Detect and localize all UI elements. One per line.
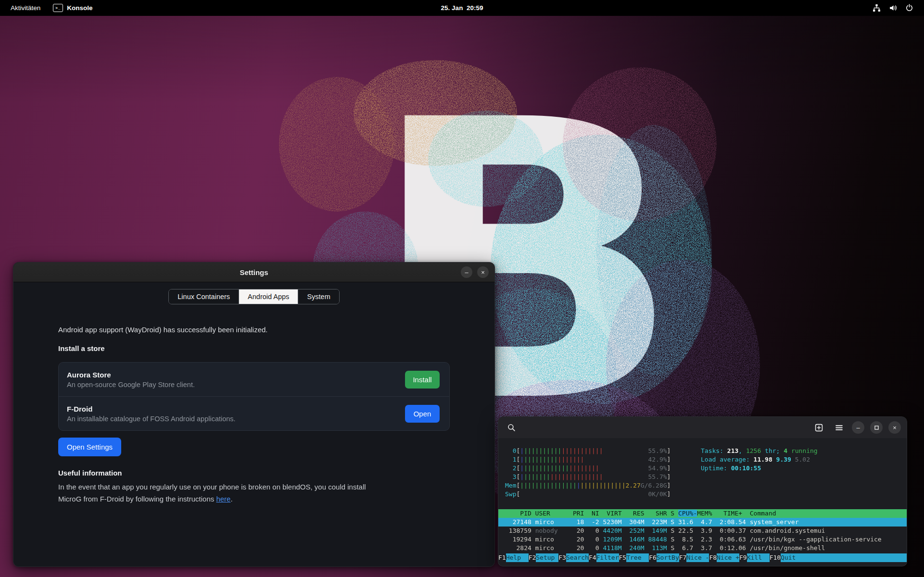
fkey-action-button[interactable]: Search — [566, 553, 589, 562]
terminal-text-span: thr; — [761, 447, 784, 454]
close-button[interactable]: × — [888, 421, 901, 434]
fkey-label: F8 — [709, 553, 717, 562]
tab-linux-containers[interactable]: Linux Containers — [169, 289, 239, 304]
terminal-text-span: 5.02 — [795, 456, 810, 463]
terminal-text-span — [622, 527, 630, 534]
settings-titlebar[interactable]: Settings – × — [13, 263, 494, 282]
terminal-text-span: ||||||| — [558, 456, 584, 463]
store-description: An installable catalogue of FOSS Android… — [67, 415, 236, 423]
terminal-text-span: |||||||||||| — [581, 482, 626, 489]
konsole-icon: >_ — [53, 4, 63, 12]
htop-function-key-bar: F1Help F2Setup F3SearchF4FilterF5Tree F6… — [498, 553, 907, 562]
store-row-fdroid: F-Droid An installable catalogue of FOSS… — [59, 396, 449, 430]
fkey-action-button[interactable]: SortBy — [657, 553, 679, 562]
terminal-text-span: |||||||||| — [524, 447, 561, 454]
terminal-text-span: CPU%- — [678, 510, 697, 517]
process-table-header[interactable]: PID USER PRI NI VIRT RES SHR S CPU%-MEM%… — [498, 509, 907, 518]
terminal-text-span: 240M — [629, 544, 644, 552]
terminal-text-span: Load average: — [701, 456, 754, 463]
terminal-text-span — [622, 536, 630, 543]
terminal-text-span: 146M — [629, 536, 644, 543]
terminal-text-span: 54.9% — [599, 464, 667, 472]
htop-meter-line: Mem[||||||||||||||||||||||||||||2.27G/6.… — [505, 481, 907, 490]
fkey-label: F1 — [498, 553, 506, 562]
process-row[interactable]: 2824 mirco 20 0 4118M 240M 113M S 6.7 3.… — [498, 544, 907, 552]
terminal-text-span: 00:10:55 — [731, 464, 761, 472]
terminal-text-span: 11.98 — [754, 456, 776, 463]
activities-button[interactable]: Aktivitäten — [11, 4, 40, 12]
process-row[interactable]: 138759 nobody 20 0 4420M 252M 149M S 22.… — [498, 527, 907, 535]
process-row[interactable]: 19294 mirco 20 0 1209M 146M 88448 S 8.5 … — [498, 535, 907, 544]
open-settings-button[interactable]: Open Settings — [58, 438, 121, 456]
close-button[interactable]: × — [477, 266, 489, 278]
search-icon — [507, 424, 516, 432]
terminal-text-span: ||||||||||| — [561, 447, 603, 454]
minimize-button[interactable]: – — [852, 421, 864, 434]
settings-window: Settings – × Linux Containers Android Ap… — [13, 262, 495, 567]
fkey-label: F5 — [619, 553, 627, 562]
terminal-text-span — [645, 544, 652, 552]
useful-info-text-after: . — [230, 495, 232, 503]
terminal-text-span: G/6.28G — [641, 482, 667, 489]
fkey-label: F7 — [679, 553, 687, 562]
store-name: Aurora Store — [67, 371, 195, 379]
fkey-action-button[interactable]: Kill — [747, 553, 770, 562]
process-row[interactable]: 27148 mirco 18 -2 5230M 304M 223M S 31.6… — [498, 518, 907, 527]
search-button[interactable] — [504, 420, 519, 435]
fkey-label: F3 — [558, 553, 566, 562]
terminal-text-span: 9.39 — [776, 456, 795, 463]
fkey-action-button[interactable]: Nice - — [686, 553, 709, 562]
fkey-label: F6 — [649, 553, 657, 562]
terminal-text-span: ||||||||||||||| — [520, 482, 576, 489]
maximize-button[interactable] — [870, 421, 883, 434]
open-fdroid-button[interactable]: Open — [405, 405, 440, 423]
terminal-text-span: ] — [667, 482, 671, 489]
terminal-text-span: 4420M — [603, 527, 622, 534]
terminal-text-span: ] — [667, 473, 671, 480]
maximize-icon — [874, 426, 879, 430]
terminal-text-span: 4 — [784, 447, 787, 454]
fkey-action-button[interactable]: Quit — [781, 553, 796, 562]
useful-info-text-before: In the event that an app you regularly u… — [58, 483, 366, 503]
htop-meter-line: 0[|||||||||||||||||||||| 55.9%] Tasks: 2… — [505, 447, 907, 455]
fkey-action-button[interactable]: Setup — [536, 553, 558, 562]
terminal-text-span: 2.27 — [625, 482, 640, 489]
terminal-text-span: | — [577, 482, 581, 489]
terminal-text-span: Swp — [505, 490, 516, 498]
fkey-bar-fill — [796, 553, 907, 562]
tab-android-apps[interactable]: Android Apps — [239, 289, 298, 304]
install-store-heading: Install a store — [58, 344, 450, 352]
terminal-titlebar[interactable]: – × — [498, 417, 907, 438]
new-tab-button[interactable] — [811, 420, 826, 435]
terminal-text-span: , — [738, 447, 746, 454]
terminal-text-span — [671, 464, 701, 472]
waydroid-status-text: Android app support (WayDroid) has succe… — [58, 326, 450, 334]
menu-button[interactable] — [832, 420, 846, 435]
focused-app-menu[interactable]: >_ Konsole — [53, 4, 92, 12]
terminal-text-span: | — [520, 456, 524, 463]
network-icon — [873, 4, 881, 12]
fkey-action-button[interactable]: Filter — [596, 553, 619, 562]
settings-tab-bar: Linux Containers Android Apps System — [168, 289, 339, 304]
terminal-text-span: ||||||| — [524, 473, 550, 480]
terminal-text-span: 138759 — [505, 527, 535, 534]
terminal-text-span: 19294 mirco 20 0 — [505, 536, 603, 543]
terminal-text-span: Uptime: — [701, 464, 731, 472]
fkey-action-button[interactable]: Help — [506, 553, 529, 562]
tab-system[interactable]: System — [298, 289, 339, 304]
terminal-text-span: MEM% TIME+ Command — [697, 510, 776, 517]
system-status-area[interactable] — [873, 4, 924, 12]
terminal-text-span: 113M — [652, 544, 667, 552]
clock[interactable]: 25. Jan 20:59 — [441, 4, 483, 12]
install-aurora-button[interactable]: Install — [405, 371, 440, 389]
store-name: F-Droid — [67, 405, 236, 413]
terminal-text-span: 55.9% — [603, 447, 667, 454]
fkey-action-button[interactable]: Nice + — [717, 553, 739, 562]
new-tab-icon — [815, 424, 823, 432]
terminal-text-span: PID USER PRI NI VIRT RES SHR S — [505, 510, 678, 517]
minimize-button[interactable]: – — [461, 266, 472, 278]
instructions-link[interactable]: here — [216, 495, 230, 503]
fkey-action-button[interactable]: Tree — [626, 553, 649, 562]
terminal-text-span: 4118M — [603, 544, 622, 552]
terminal-text-span: | — [520, 447, 524, 454]
